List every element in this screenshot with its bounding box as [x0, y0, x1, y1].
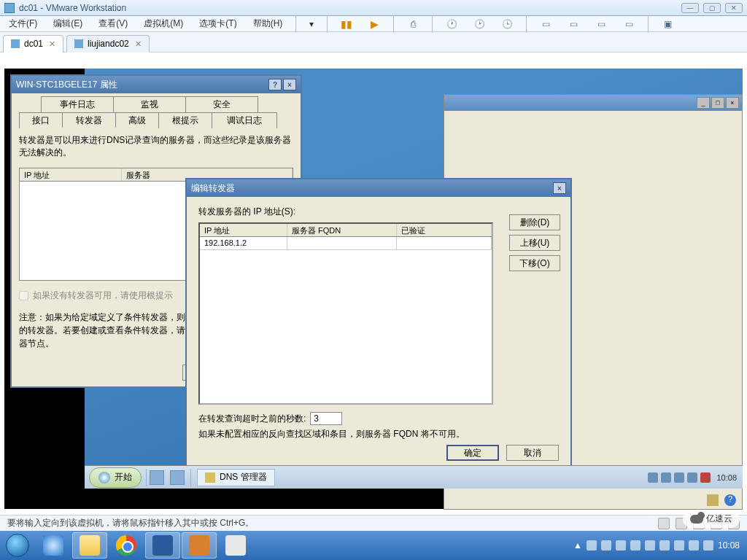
timeout-input[interactable] [310, 412, 342, 425]
ie-icon [43, 535, 63, 556]
movedown-button[interactable]: 下移(O) [509, 255, 560, 271]
pause-icon[interactable]: ▮▮ [338, 15, 355, 33]
menu-view[interactable]: 查看(V) [96, 16, 131, 31]
maximize-button[interactable]: □ [711, 97, 724, 109]
tray-icon[interactable] [700, 472, 711, 483]
tray-icon[interactable] [648, 472, 658, 483]
tray-icon[interactable] [687, 472, 697, 483]
tray-icon[interactable] [601, 540, 611, 551]
minimize-button[interactable]: _ [697, 97, 710, 109]
menubar: 文件(F) 编辑(E) 查看(V) 虚拟机(M) 选项卡(T) 帮助(H) ▾ … [0, 16, 747, 32]
tab-label: liujiandc02 [88, 39, 129, 49]
dropdown-icon[interactable]: ▾ [306, 18, 317, 31]
tab-liujiandc02[interactable]: liujiandc02 ✕ [66, 35, 150, 52]
watermark: 亿速云 [683, 510, 740, 528]
edit-forwarders-dialog: 编辑转发器 × 转发服务器的 IP 地址(S): IP 地址 服务器 FQDN … [185, 178, 572, 470]
clock3-icon[interactable]: 🕒 [498, 15, 516, 33]
tab-interface[interactable]: 接口 [19, 112, 63, 128]
tab-roothints[interactable]: 根提示 [158, 112, 212, 128]
tab-forwarders[interactable]: 转发器 [62, 112, 116, 128]
tray-icon[interactable] [674, 540, 684, 551]
host-clock[interactable]: 10:08 [718, 540, 740, 551]
delete-button[interactable]: 删除(D) [509, 214, 560, 230]
tray-icon[interactable] [703, 540, 713, 551]
help-icon[interactable]: ? [724, 494, 736, 506]
tray-icon[interactable] [674, 472, 684, 483]
tray-icon[interactable] [587, 540, 597, 551]
guest-clock[interactable]: 10:08 [716, 473, 737, 482]
snapshot-icon[interactable]: ⎙ [404, 15, 422, 33]
view1-icon[interactable]: ▭ [537, 15, 554, 33]
status-hint: 要将输入定向到该虚拟机，请将鼠标指针移入其中或按 Ctrl+G。 [7, 517, 254, 529]
tab-debuglog[interactable]: 调试日志 [212, 112, 277, 128]
menu-edit[interactable]: 编辑(E) [50, 16, 85, 31]
close-button[interactable]: ✕ [725, 3, 743, 13]
close-button[interactable]: × [553, 182, 566, 194]
taskbar-explorer[interactable] [72, 532, 107, 559]
minimize-button[interactable]: — [681, 3, 699, 13]
clock2-icon[interactable]: 🕑 [471, 15, 488, 33]
tab-monitor[interactable]: 监视 [113, 96, 186, 112]
help-button[interactable]: ? [268, 79, 282, 90]
tray-icon[interactable] [645, 540, 655, 551]
forwarder-description: 转发器是可以用来进行DNS记录查询的服务器，而这些纪录是该服务器无法解决的。 [19, 134, 293, 159]
col-ip: IP 地址 [20, 168, 122, 181]
tray-icon[interactable] [661, 472, 671, 483]
cancel-button[interactable]: 取消 [506, 445, 559, 461]
ok-button[interactable]: 确定 [446, 445, 499, 461]
menu-help[interactable]: 帮助(H) [250, 16, 286, 31]
menu-file[interactable]: 文件(F) [6, 16, 40, 31]
host-taskbar: ▲ 10:08 [0, 531, 747, 560]
moveup-button[interactable]: 上移(U) [509, 235, 560, 251]
taskbar-paint[interactable] [218, 532, 253, 559]
close-button[interactable]: × [726, 97, 739, 109]
tab-label: dc01 [24, 39, 43, 49]
statusbar: 要将输入定向到该虚拟机，请将鼠标指针移入其中或按 Ctrl+G。 [0, 515, 747, 531]
folder-icon [80, 535, 100, 556]
status-icon[interactable] [658, 518, 670, 529]
host-tray: ▲ 10:08 [566, 540, 747, 551]
ip-row[interactable] [200, 237, 492, 250]
start-button[interactable] [0, 531, 35, 560]
tab-security[interactable]: 安全 [185, 96, 258, 112]
view2-icon[interactable]: ▭ [565, 15, 582, 33]
tray-icon[interactable] [659, 540, 670, 551]
start-button[interactable]: 开始 [89, 467, 142, 488]
vm-icon [74, 39, 83, 48]
tab-close-icon[interactable]: ✕ [49, 39, 55, 49]
taskbar-dns-manager[interactable]: DNS 管理器 [197, 469, 275, 486]
view3-icon[interactable]: ▭ [592, 15, 610, 33]
taskbar-chrome[interactable] [109, 532, 144, 559]
doc-tabs: dc01 ✕ liujiandc02 ✕ [0, 32, 747, 52]
server-manager-icon[interactable] [150, 470, 164, 485]
tray-icon[interactable] [630, 540, 640, 551]
tab-advanced[interactable]: 高级 [115, 112, 159, 128]
tab-eventlog[interactable]: 事件日志 [41, 96, 114, 112]
taskbar-vmware[interactable] [182, 532, 217, 559]
close-button[interactable]: × [283, 79, 296, 90]
col-fqdn: 服务器 FQDN [287, 224, 397, 236]
vm-icon [11, 39, 20, 48]
dialog-title: 编辑转发器 [191, 182, 551, 195]
menu-tabs[interactable]: 选项卡(T) [196, 16, 239, 31]
windows-orb-icon [98, 472, 110, 483]
menu-vm[interactable]: 虚拟机(M) [141, 16, 186, 31]
fullscreen-icon[interactable]: ▣ [659, 15, 676, 33]
view4-icon[interactable]: ▭ [620, 15, 638, 33]
tray-icon[interactable] [616, 540, 626, 551]
ip-input[interactable] [204, 238, 282, 247]
tab-close-icon[interactable]: ✕ [135, 39, 142, 49]
taskbar-word[interactable] [145, 532, 180, 559]
forwarder-ip-list[interactable]: IP 地址 服务器 FQDN 已验证 [198, 222, 493, 405]
taskbar-ie[interactable] [36, 532, 71, 559]
checkbox [19, 291, 28, 300]
clock1-icon[interactable]: 🕐 [443, 15, 460, 33]
folder-icon [707, 494, 719, 506]
tab-dc01[interactable]: dc01 ✕ [3, 35, 63, 52]
tray-icon[interactable] [689, 540, 699, 551]
vm-viewport[interactable]: _ □ × ? ADRec WIN-STC1BGELE17 属性 ? × [4, 69, 743, 509]
powershell-icon[interactable] [170, 470, 185, 485]
maximize-button[interactable]: ▢ [703, 3, 721, 13]
window-title: dc01 - VMware Workstation [19, 3, 681, 13]
play-icon[interactable]: ▶ [365, 15, 383, 33]
